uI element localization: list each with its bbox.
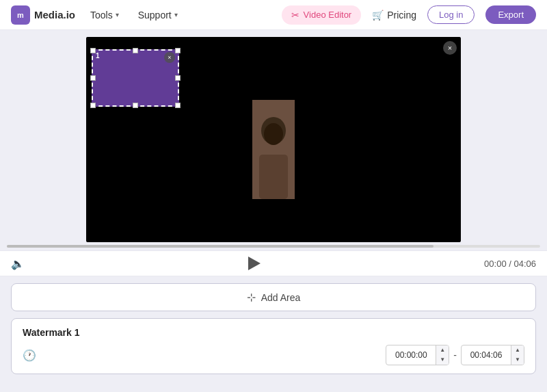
header: m Media.io Tools ▾ Support ▾ ✂ Video Edi… [0,0,547,30]
time-display: 00:00 / 04:06 [484,259,536,269]
add-area-button[interactable]: ⊹ Add Area [11,283,536,311]
end-time-spinners: ▲ ▼ [511,345,524,365]
watermark-number-label: 1 [96,52,100,60]
video-container: × 1 × [0,30,547,242]
volume-icon[interactable]: 🔈 [11,257,25,270]
resize-handle-top-mid[interactable] [133,48,138,53]
resize-handle-top-left[interactable] [90,48,96,53]
video-editor-button[interactable]: ✂ Video Editor [282,5,362,25]
main-content: × 1 × [0,30,547,392]
start-time-down-button[interactable]: ▼ [436,355,449,365]
video-editor-label: Video Editor [304,10,352,20]
end-time-up-button[interactable]: ▲ [511,345,524,355]
brand-name: Media.io [34,9,75,21]
tools-menu[interactable]: Tools ▾ [86,7,123,23]
resize-handle-bottom-right[interactable] [175,103,181,108]
watermark-card-row: 🕐 00:00:00 ▲ ▼ - 00:04:06 ▲ ▼ [23,345,524,365]
watermark-close-button[interactable]: × [164,52,175,63]
pricing-label: Pricing [387,10,416,21]
start-time-spinners: ▲ ▼ [436,345,449,365]
video-thumbnail [252,100,295,199]
play-triangle-icon [248,257,261,270]
tools-chevron-icon: ▾ [116,11,119,18]
resize-handle-top-right[interactable] [175,48,181,53]
svg-text:m: m [17,11,24,19]
watermark-card-title: Watermark 1 [23,327,524,338]
close-canvas-button[interactable]: × [443,41,457,55]
start-time-up-button[interactable]: ▲ [436,345,449,355]
add-area-wrap: ⊹ Add Area [0,276,547,318]
resize-handle-bottom-left[interactable] [90,103,96,108]
cart-icon: 🛒 [372,10,384,21]
controls-bar: 🔈 00:00 / 04:06 [0,250,547,276]
watermark-card: Watermark 1 🕐 00:00:00 ▲ ▼ - 00:04:06 [11,318,536,374]
svg-rect-5 [259,155,288,199]
scissors-icon: ✂ [291,10,299,21]
pricing-link[interactable]: 🛒 Pricing [372,10,416,21]
resize-handle-bottom-mid[interactable] [133,103,138,108]
play-button[interactable] [25,257,484,270]
resize-handle-right-mid[interactable] [175,75,181,81]
end-time-input-box[interactable]: 00:04:06 ▲ ▼ [461,345,524,365]
tools-label: Tools [90,10,113,21]
svg-point-4 [264,123,283,145]
close-canvas-icon: × [448,44,452,52]
time-separator: - [453,350,457,361]
support-label: Support [138,10,172,21]
support-menu[interactable]: Support ▾ [134,7,182,23]
time-input-group: 00:00:00 ▲ ▼ - 00:04:06 ▲ ▼ [386,345,524,365]
watermark-close-icon: × [168,54,171,61]
scroll-track[interactable] [7,245,540,248]
clock-icon: 🕐 [23,349,36,362]
start-time-value[interactable]: 00:00:00 [386,348,436,362]
watermark-overlay-box[interactable]: 1 × [92,49,179,107]
video-canvas: × 1 × [86,37,461,242]
scroll-thumb[interactable] [7,245,433,248]
add-area-icon: ⊹ [247,291,256,304]
end-time-value[interactable]: 00:04:06 [462,348,511,362]
start-time-input-box[interactable]: 00:00:00 ▲ ▼ [386,345,449,365]
add-area-label: Add Area [261,292,301,303]
logo[interactable]: m Media.io [11,5,75,25]
support-chevron-icon: ▾ [174,11,178,18]
login-button[interactable]: Log in [427,5,475,24]
scroll-bar-wrap [0,242,547,250]
logo-icon: m [11,5,30,25]
resize-handle-left-mid[interactable] [90,75,96,81]
end-time-down-button[interactable]: ▼ [511,355,524,365]
export-button[interactable]: Export [485,5,536,24]
